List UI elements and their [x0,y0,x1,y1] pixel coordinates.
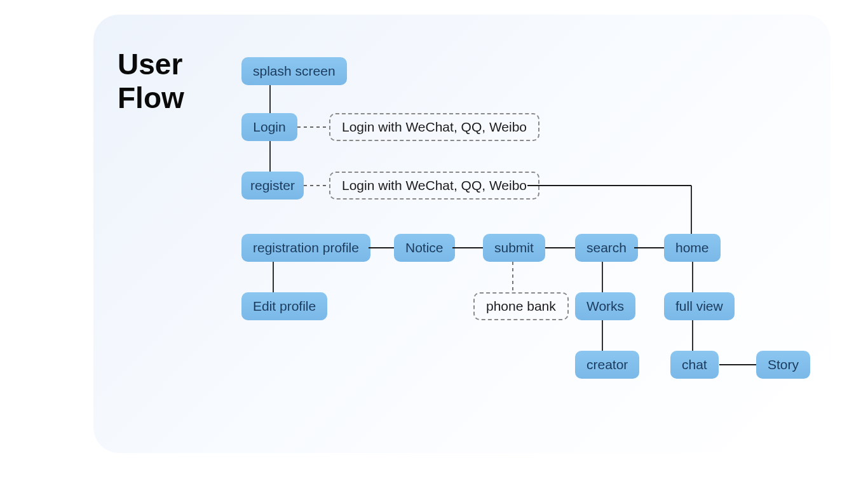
title-line1: User [118,48,182,81]
node-home: home [664,234,721,262]
node-full-view: full view [664,292,735,320]
node-chat: chat [670,351,719,379]
diagram-canvas [93,15,831,453]
node-creator: creator [575,351,639,379]
node-search: search [575,234,638,262]
node-registration-profile: registration profile [241,234,370,262]
annotation-login: Login with WeChat, QQ, Weibo [329,113,539,141]
diagram-title: User Flow [118,48,184,115]
annotation-phone-bank: phone bank [473,292,569,320]
annotation-register: Login with WeChat, QQ, Weibo [329,172,539,200]
node-splash: splash screen [241,57,347,85]
node-register: register [241,172,304,200]
node-login: Login [241,113,297,141]
node-edit-profile: Edit profile [241,292,327,320]
node-notice: Notice [394,234,455,262]
node-story: Story [756,351,810,379]
title-line2: Flow [118,81,184,114]
node-works: Works [575,292,635,320]
node-submit: submit [483,234,545,262]
